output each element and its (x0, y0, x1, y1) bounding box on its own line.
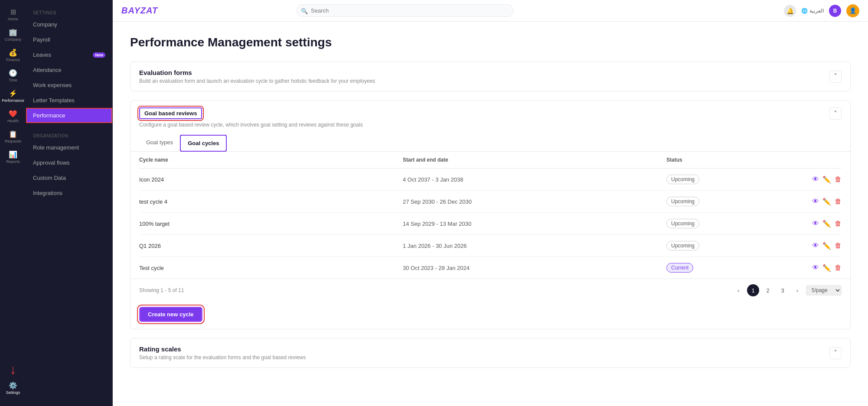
time-icon: 🕐 (9, 69, 17, 77)
view-icon-2[interactable]: 👁 (812, 220, 819, 227)
prev-page-btn[interactable]: ‹ (732, 284, 744, 296)
tab-goal-types[interactable]: Goal types (139, 135, 180, 151)
gbr-collapse-btn[interactable]: ˄ (829, 107, 842, 120)
language-switcher[interactable]: 🌐 العربية (801, 8, 824, 14)
sidebar-item-custom-label: Custom Data (33, 175, 66, 181)
page-btn-1[interactable]: 1 (747, 284, 759, 296)
rating-scales-section: Rating scales Setup a rating scale for t… (130, 338, 851, 368)
status-badge-3: Upcoming (666, 241, 699, 250)
reports-icon: 📊 (9, 150, 17, 159)
nav-time[interactable]: 🕐 Time (2, 66, 24, 85)
sidebar-item-payroll[interactable]: Payroll (26, 32, 112, 47)
table-row: test cycle 4 27 Sep 2030 - 26 Dec 2030 U… (139, 191, 842, 213)
user-avatar[interactable]: 👤 (846, 4, 859, 17)
nav-home-label: Home (8, 17, 18, 21)
create-btn-wrap: Create new cycle (131, 302, 850, 329)
user-initial: B (833, 8, 837, 14)
status-badge-1: Upcoming (666, 197, 699, 206)
cycle-date-3: 1 Jan 2026 - 30 Jun 2026 (403, 243, 666, 249)
per-page-select[interactable]: 5/page 10/page 20/page (806, 285, 842, 296)
nav-company[interactable]: 🏢 Company (2, 26, 24, 44)
topbar-right: 🔔 🌐 العربية B 👤 (784, 4, 859, 17)
table-row: Test cycle 30 Oct 2023 - 29 Jan 2024 Cur… (139, 257, 842, 279)
cycle-name-3: Q1 2026 (139, 243, 403, 249)
create-new-cycle-button[interactable]: Create new cycle (139, 307, 202, 322)
page-btn-3[interactable]: 3 (777, 284, 789, 296)
view-icon-3[interactable]: 👁 (812, 242, 819, 250)
user-notification-avatar[interactable]: B (829, 5, 841, 17)
table-footer: Showing 1 - 5 of 11 ‹ 1 2 3 › 5/page 10/… (131, 279, 850, 302)
sidebar-item-integrations[interactable]: Integrations (26, 185, 112, 201)
tab-goal-cycles[interactable]: Goal cycles (180, 135, 227, 152)
nav-time-label: Time (9, 78, 17, 82)
delete-icon-0[interactable]: 🗑 (835, 175, 842, 183)
sidebar-item-work-expenses-label: Work expenses (33, 82, 72, 88)
nav-requests[interactable]: 📋 Requests (2, 127, 24, 146)
sidebar-item-approval-flows[interactable]: Approval flows (26, 155, 112, 170)
nav-performance[interactable]: ⚡ Performance (2, 87, 24, 105)
sidebar-item-role-management[interactable]: Role management (26, 140, 112, 155)
search-input[interactable] (297, 4, 513, 17)
sidebar-item-leaves[interactable]: Leaves New (26, 47, 112, 62)
sidebar-item-work-expenses[interactable]: Work expenses (26, 78, 112, 93)
table-row: Q1 2026 1 Jan 2026 - 30 Jun 2026 Upcomin… (139, 235, 842, 257)
table-header: Cycle name Start and end date Status (139, 152, 842, 169)
edit-icon-4[interactable]: ✏️ (822, 264, 831, 272)
gbr-description: Configure a goal based review cycle, whi… (139, 122, 363, 128)
col-cycle-name: Cycle name (139, 157, 403, 163)
sidebar-item-custom-data[interactable]: Custom Data (26, 170, 112, 185)
edit-icon-1[interactable]: ✏️ (822, 198, 831, 206)
page-title: Performance Management settings (130, 36, 851, 49)
evaluation-forms-header-left: Evaluation forms Build an evaluation for… (139, 69, 375, 84)
sidebar-item-letter-templates[interactable]: Letter Templates (26, 93, 112, 108)
nav-finance-label: Finance (6, 58, 20, 62)
view-icon-4[interactable]: 👁 (812, 264, 819, 272)
edit-icon-3[interactable]: ✏️ (822, 242, 831, 250)
row-actions-0: 👁 ✏️ 🗑 (798, 175, 842, 184)
goal-based-reviews-section: Goal based reviews Configure a goal base… (130, 100, 851, 329)
nav-home[interactable]: ⊞ Home (2, 5, 24, 24)
notification-button[interactable]: 🔔 (784, 5, 796, 17)
table-row: Icon 2024 4 Oct 2037 - 3 Jan 2038 Upcomi… (139, 169, 842, 191)
evaluation-forms-header[interactable]: Evaluation forms Build an evaluation for… (131, 62, 850, 91)
row-actions-3: 👁 ✏️ 🗑 (798, 242, 842, 250)
row-actions-1: 👁 ✏️ 🗑 (798, 198, 842, 206)
cycle-status-3: Upcoming (666, 241, 798, 250)
cycle-name-2: 100% target (139, 221, 403, 227)
nav-reports[interactable]: 📊 Reports (2, 148, 24, 166)
delete-icon-4[interactable]: 🗑 (835, 264, 842, 272)
nav-bottom: ↓ ⚙️ Settings (0, 362, 26, 401)
edit-icon-0[interactable]: ✏️ (822, 175, 831, 184)
edit-icon-2[interactable]: ✏️ (822, 220, 831, 228)
delete-icon-2[interactable]: 🗑 (835, 220, 842, 227)
sidebar-item-company[interactable]: Company (26, 17, 112, 32)
next-page-btn[interactable]: › (791, 284, 803, 296)
view-icon-1[interactable]: 👁 (812, 198, 819, 205)
sidebar-item-performance[interactable]: Performance (26, 108, 112, 123)
sidebar-item-integrations-label: Integrations (33, 190, 62, 196)
tab-goal-types-label: Goal types (146, 139, 173, 146)
sidebar-item-attendance[interactable]: Attendance (26, 62, 112, 78)
view-icon-0[interactable]: 👁 (812, 175, 819, 183)
rating-scales-collapse-btn[interactable]: ˅ (829, 347, 842, 359)
sidebar-item-role-label: Role management (33, 144, 79, 151)
status-badge-2: Upcoming (666, 219, 699, 228)
delete-icon-3[interactable]: 🗑 (835, 242, 842, 250)
nav-finance[interactable]: 💰 Finance (2, 46, 24, 65)
nav-settings[interactable]: ⚙️ Settings (2, 379, 24, 397)
app-logo: BAYZAT (121, 6, 158, 16)
delete-icon-1[interactable]: 🗑 (835, 198, 842, 205)
gbr-title: Goal based reviews (139, 107, 202, 119)
page-btn-2[interactable]: 2 (762, 284, 774, 296)
sidebar-item-payroll-label: Payroll (33, 36, 50, 43)
content-area: Performance Management settings Evaluati… (113, 22, 868, 406)
cycle-status-2: Upcoming (666, 219, 798, 228)
sidebar-item-approval-label: Approval flows (33, 159, 70, 166)
rating-scales-desc: Setup a rating scale for the evaluation … (139, 354, 306, 361)
gbr-header: Goal based reviews Configure a goal base… (131, 101, 850, 135)
cycle-date-4: 30 Oct 2023 - 29 Jan 2024 (403, 265, 666, 271)
sidebar-item-attendance-label: Attendance (33, 67, 62, 73)
rating-scales-header[interactable]: Rating scales Setup a rating scale for t… (131, 338, 850, 367)
evaluation-forms-collapse-btn[interactable]: ˅ (829, 71, 842, 83)
nav-health[interactable]: ❤️ Health (2, 107, 24, 126)
